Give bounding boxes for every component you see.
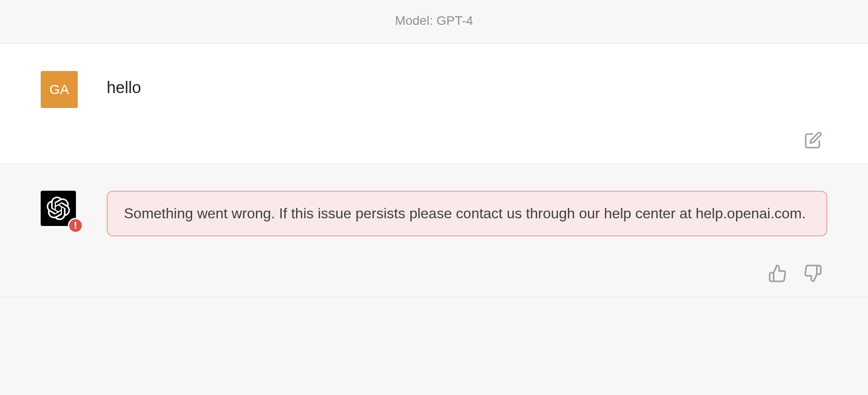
- assistant-message-block: ! Something went wrong. If this issue pe…: [0, 164, 868, 297]
- user-avatar: GA: [41, 71, 78, 108]
- assistant-feedback-actions: [41, 236, 827, 283]
- thumbs-down-icon: [803, 264, 822, 283]
- user-message-row: GA hello: [41, 71, 827, 108]
- openai-icon: [47, 197, 70, 220]
- assistant-message-row: ! Something went wrong. If this issue pe…: [41, 191, 827, 236]
- header-bar: Model: GPT-4: [0, 0, 868, 44]
- user-message-text: hello: [107, 71, 141, 97]
- user-avatar-initials: GA: [49, 82, 69, 97]
- thumbs-down-button[interactable]: [803, 263, 823, 283]
- thumbs-up-icon: [768, 264, 787, 283]
- exclamation-icon: !: [74, 221, 77, 230]
- thumbs-up-button[interactable]: [768, 263, 788, 283]
- edit-icon: [804, 131, 822, 149]
- assistant-avatar-wrap: !: [41, 191, 78, 228]
- user-message-actions: [41, 108, 827, 150]
- error-badge: !: [68, 218, 83, 233]
- error-message-box: Something went wrong. If this issue pers…: [107, 191, 827, 236]
- model-label: Model: GPT-4: [395, 14, 473, 28]
- user-message-block: GA hello: [0, 44, 868, 164]
- error-message-text: Something went wrong. If this issue pers…: [124, 205, 806, 221]
- edit-button[interactable]: [804, 131, 823, 150]
